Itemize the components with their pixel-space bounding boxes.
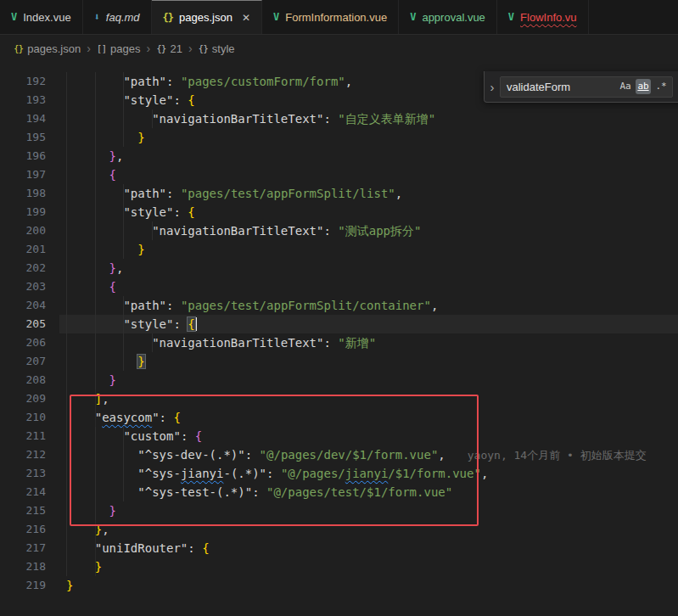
code-line-205[interactable]: 205 "style": { (0, 315, 678, 333)
find-expand-toggle-icon[interactable]: › (485, 80, 500, 94)
line-number: 205 (0, 315, 59, 333)
code-line-198[interactable]: 198 "path": "pages/test/appFormSplit/lis… (0, 184, 678, 203)
breadcrumb-item-style[interactable]: {}style (199, 42, 235, 55)
git-blame-annotation: yaoyn, 14个月前 • 初始版本提交 (468, 449, 647, 462)
line-number: 193 (0, 91, 59, 109)
tab-forminformation-vue[interactable]: VFormInformation.vue (262, 0, 399, 34)
line-number: 209 (0, 389, 59, 408)
code-line-196[interactable]: 196 }, (0, 147, 678, 165)
code-line-208[interactable]: 208 } (0, 371, 678, 389)
code-text: "^sys-jianyi-(.*)": "@/pages/jianyi/$1/f… (59, 464, 678, 483)
line-number: 201 (0, 240, 59, 259)
tab-index-vue[interactable]: VIndex.vue (0, 0, 83, 34)
line-number: 200 (0, 221, 59, 240)
line-number: 199 (0, 203, 59, 221)
editor-pane[interactable]: 192 "path": "pages/customForm/form",193 … (0, 62, 678, 595)
tab-approval-vue[interactable]: Vapproval.vue (399, 0, 497, 34)
code-text: "path": "pages/test/appFormSplit/list", (59, 184, 678, 203)
code-text: "style": { (59, 203, 678, 221)
line-number: 196 (0, 147, 59, 165)
code-line-201[interactable]: 201 } (0, 240, 678, 259)
tab-label: Index.vue (23, 11, 70, 24)
code-text: } (59, 501, 678, 520)
breadcrumb-label: 21 (170, 42, 182, 55)
code-line-195[interactable]: 195 } (0, 128, 678, 147)
code-text: "navigationBarTitleText": "测试app拆分" (59, 221, 678, 240)
code-line-194[interactable]: 194 "navigationBarTitleText": "自定义表单新增" (0, 109, 678, 128)
tab-bar: VIndex.vue⬇faq.md{}pages.json✕VFormInfor… (0, 0, 678, 35)
symbol-object-icon: {} (199, 43, 208, 54)
tab-faq-md[interactable]: ⬇faq.md (83, 0, 152, 34)
tab-flowinfo-vu[interactable]: VFlowInfo.vu (497, 0, 589, 34)
match-case-icon[interactable]: Aa (618, 79, 633, 94)
regex-icon[interactable]: .* (653, 79, 669, 94)
line-number: 219 (0, 576, 59, 595)
code-line-203[interactable]: 203 { (0, 277, 678, 296)
code-line-206[interactable]: 206 "navigationBarTitleText": "新增" (0, 333, 678, 352)
code-line-211[interactable]: 211 "custom": { (0, 427, 678, 445)
code-line-199[interactable]: 199 "style": { (0, 203, 678, 221)
breadcrumb-item-pages[interactable]: []pages (97, 42, 141, 55)
code-text: "^sys-dev-(.*)": "@/pages/dev/$1/form.vu… (59, 445, 678, 464)
code-line-219[interactable]: 219} (0, 576, 678, 595)
code-text: } (59, 576, 678, 595)
code-line-218[interactable]: 218 } (0, 557, 678, 576)
line-number: 202 (0, 259, 59, 277)
code-text: } (59, 557, 678, 576)
tab-pages-json[interactable]: {}pages.json✕ (152, 0, 262, 34)
close-icon[interactable]: ✕ (242, 12, 250, 24)
code-line-207[interactable]: 207 } (0, 352, 678, 371)
breadcrumb-separator: › (188, 42, 193, 55)
code-text: "easycom": { (59, 408, 678, 427)
line-number: 215 (0, 501, 59, 520)
breadcrumb-item-pages-json[interactable]: {}pages.json (14, 42, 81, 55)
line-number: 207 (0, 352, 59, 371)
code-line-204[interactable]: 204 "path": "pages/test/appFormSplit/con… (0, 296, 678, 315)
code-line-216[interactable]: 216 }, (0, 520, 678, 539)
code-line-217[interactable]: 217 "uniIdRouter": { (0, 539, 678, 557)
editor-window: VIndex.vue⬇faq.md{}pages.json✕VFormInfor… (0, 0, 678, 616)
code-text: ], (59, 389, 678, 408)
code-lines: 192 "path": "pages/customForm/form",193 … (0, 72, 678, 595)
code-text: "uniIdRouter": { (59, 539, 678, 557)
symbol-array-icon: [] (97, 43, 106, 54)
code-line-209[interactable]: 209 ], (0, 389, 678, 408)
tab-label: approval.vue (422, 11, 485, 24)
code-text: } (59, 128, 678, 147)
line-number: 213 (0, 464, 59, 483)
tab-label: pages.json (179, 11, 233, 24)
code-line-210[interactable]: 210 "easycom": { (0, 408, 678, 427)
breadcrumb-label: pages (110, 42, 140, 55)
code-text: { (59, 277, 678, 296)
code-line-202[interactable]: 202 }, (0, 259, 678, 277)
tab-label: faq.md (106, 11, 140, 24)
tab-label: FlowInfo.vu (520, 11, 576, 24)
whole-word-icon[interactable]: ab (636, 79, 651, 94)
breadcrumb-separator: › (87, 42, 91, 55)
code-line-200[interactable]: 200 "navigationBarTitleText": "测试app拆分" (0, 221, 678, 240)
line-number: 208 (0, 371, 59, 389)
line-number: 216 (0, 520, 59, 539)
code-line-213[interactable]: 213 "^sys-jianyi-(.*)": "@/pages/jianyi/… (0, 464, 678, 483)
code-text: }, (59, 147, 678, 165)
vue-file-icon: V (410, 11, 416, 23)
line-number: 212 (0, 445, 59, 464)
line-number: 198 (0, 184, 59, 203)
code-line-197[interactable]: 197 { (0, 165, 678, 184)
code-text: } (59, 352, 678, 371)
code-text: { (59, 165, 678, 184)
line-number: 211 (0, 427, 59, 445)
code-text: "navigationBarTitleText": "新增" (59, 333, 678, 352)
find-input[interactable]: validateForm Aa ab .* (500, 76, 673, 98)
code-line-214[interactable]: 214 "^sys-test-(.*)": "@/pages/test/$1/f… (0, 483, 678, 501)
code-text: "^sys-test-(.*)": "@/pages/test/$1/form.… (59, 483, 678, 501)
text-cursor (195, 317, 197, 331)
vue-file-icon: V (508, 11, 514, 23)
file-json-icon: {} (14, 43, 23, 54)
code-text: } (59, 240, 678, 259)
code-line-215[interactable]: 215 } (0, 501, 678, 520)
breadcrumb-item-21[interactable]: {}21 (156, 42, 182, 55)
code-line-212[interactable]: 212 "^sys-dev-(.*)": "@/pages/dev/$1/for… (0, 445, 678, 464)
line-number: 210 (0, 408, 59, 427)
code-text: "custom": { (59, 427, 678, 445)
